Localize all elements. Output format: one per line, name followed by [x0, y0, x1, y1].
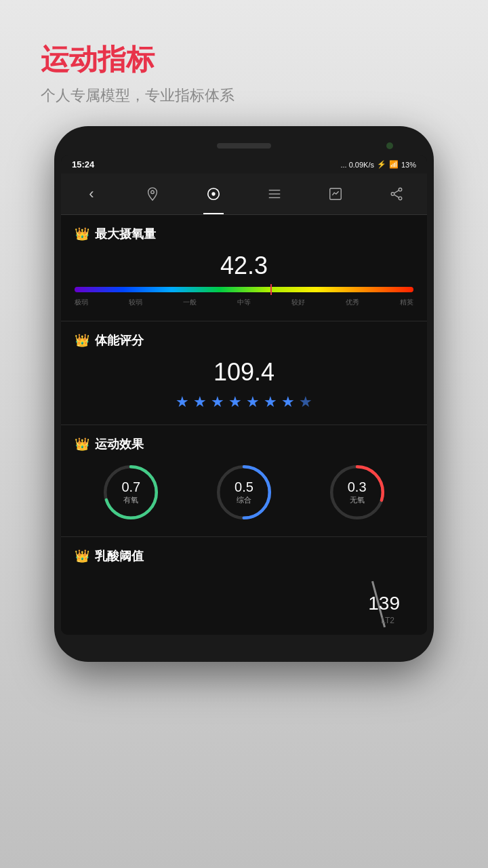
svg-line-11: [394, 195, 399, 197]
crown-icon-fitness: 👑: [75, 333, 89, 348]
scale-labels: 极弱 较弱 一般 中等 较好 优秀 精英: [75, 298, 413, 307]
scale-label-2: 较弱: [129, 298, 142, 307]
star-8: ★: [299, 393, 312, 411]
scale-label-7: 精英: [400, 298, 413, 307]
crown-icon-vo2max: 👑: [75, 226, 89, 241]
star-1: ★: [176, 393, 189, 411]
aerobic-label: 有氧: [123, 495, 138, 505]
vo2max-title: 最大摄氧量: [95, 226, 156, 242]
page-header: 运动指标 个人专属模型，专业指标体系: [0, 0, 488, 126]
combined-value: 0.5: [235, 480, 253, 494]
anaerobic-label: 无氧: [350, 495, 365, 505]
aerobic-value: 0.7: [121, 480, 140, 494]
aerobic-gauge: 0.7 有氧: [100, 462, 161, 523]
combined-label: 综合: [237, 495, 251, 505]
stars-row: ★ ★ ★ ★ ★ ★ ★ ★: [75, 393, 413, 411]
svg-point-0: [151, 191, 155, 194]
phone-frame: 15:24 ... 0.09K/s ⚡ 📶 13% ‹: [54, 126, 434, 662]
anaerobic-gauge: 0.3 无氧: [327, 462, 388, 523]
vo2max-header: 👑 最大摄氧量: [75, 226, 413, 242]
svg-point-9: [399, 197, 402, 200]
scale-label-5: 较好: [291, 298, 305, 307]
vo2max-value: 42.3: [75, 252, 413, 280]
svg-point-2: [212, 193, 215, 195]
wifi-icon: 📶: [389, 160, 399, 169]
rainbow-bar-container: [75, 287, 413, 292]
fitness-title: 体能评分: [95, 332, 144, 349]
crown-icon-exercise: 👑: [75, 437, 89, 452]
status-bar: 15:24 ... 0.09K/s ⚡ 📶 13%: [61, 155, 427, 174]
lactate-label: LT2: [381, 616, 394, 625]
content-area: 👑 最大摄氧量 42.3 极弱 较弱 一般 中等 较好: [61, 215, 427, 635]
scale-label-6: 优秀: [346, 298, 359, 307]
scale-label-3: 一般: [183, 298, 197, 307]
exercise-section: 👑 运动效果 0.7: [61, 425, 427, 537]
nav-list-icon[interactable]: [261, 180, 288, 208]
star-3: ★: [211, 393, 224, 411]
star-2: ★: [193, 393, 207, 411]
anaerobic-value: 0.3: [348, 480, 367, 494]
svg-point-8: [391, 193, 394, 196]
page-title: 运动指标: [41, 41, 447, 79]
svg-line-10: [394, 191, 399, 193]
bluetooth-icon: ⚡: [377, 160, 386, 169]
anaerobic-circle-item: 0.3 无氧: [327, 462, 388, 523]
scale-label-4: 中等: [237, 298, 251, 307]
phone-bottom-bezel: [61, 635, 427, 648]
scale-label-1: 极弱: [75, 298, 88, 307]
star-4: ★: [228, 393, 242, 411]
circles-row: 0.7 有氧: [75, 462, 413, 523]
lactate-header: 👑 乳酸阈值: [75, 548, 413, 564]
star-5: ★: [246, 393, 260, 411]
nav-map-icon[interactable]: [139, 180, 166, 208]
star-7: ★: [281, 393, 295, 411]
phone-camera: [386, 142, 393, 149]
exercise-header: 👑 运动效果: [75, 436, 413, 452]
svg-point-7: [399, 188, 402, 191]
exercise-title: 运动效果: [95, 436, 144, 452]
combined-gauge: 0.5 综合: [214, 462, 274, 523]
lactate-section: 👑 乳酸阈值 139 LT2: [61, 537, 427, 635]
battery-text: 13%: [401, 161, 416, 169]
vo2max-section: 👑 最大摄氧量 42.3 极弱 较弱 一般 中等 较好: [61, 215, 427, 321]
fitness-header: 👑 体能评分: [75, 332, 413, 349]
lactate-title: 乳酸阈值: [95, 548, 144, 564]
crown-icon-lactate: 👑: [75, 549, 89, 564]
star-6: ★: [264, 393, 277, 411]
rainbow-bar: [75, 287, 413, 292]
nav-bar: ‹: [61, 174, 427, 215]
phone-top-bezel: [61, 140, 427, 155]
vo2max-marker: [270, 284, 272, 295]
nav-share-icon[interactable]: [383, 180, 410, 208]
network-speed: ... 0.09K/s: [340, 161, 374, 169]
fitness-value: 109.4: [75, 358, 413, 387]
page-subtitle: 个人专属模型，专业指标体系: [41, 85, 447, 106]
fitness-section: 👑 体能评分 109.4 ★ ★ ★ ★ ★ ★ ★ ★: [61, 321, 427, 425]
lactate-value: 139: [368, 593, 400, 614]
lactate-chart: 139 LT2: [75, 574, 413, 628]
combined-circle-item: 0.5 综合: [214, 462, 274, 523]
phone-speaker: [217, 143, 271, 149]
back-button[interactable]: ‹: [78, 180, 105, 208]
nav-activity-icon[interactable]: [200, 180, 227, 208]
status-time: 15:24: [72, 159, 94, 170]
nav-chart-icon[interactable]: [322, 180, 349, 208]
aerobic-circle-item: 0.7 有氧: [100, 462, 161, 523]
status-right: ... 0.09K/s ⚡ 📶 13%: [340, 160, 416, 169]
phone-screen: 15:24 ... 0.09K/s ⚡ 📶 13% ‹: [61, 155, 427, 635]
page-background: 运动指标 个人专属模型，专业指标体系 15:24 ... 0.09K/s ⚡ 📶…: [0, 0, 488, 868]
